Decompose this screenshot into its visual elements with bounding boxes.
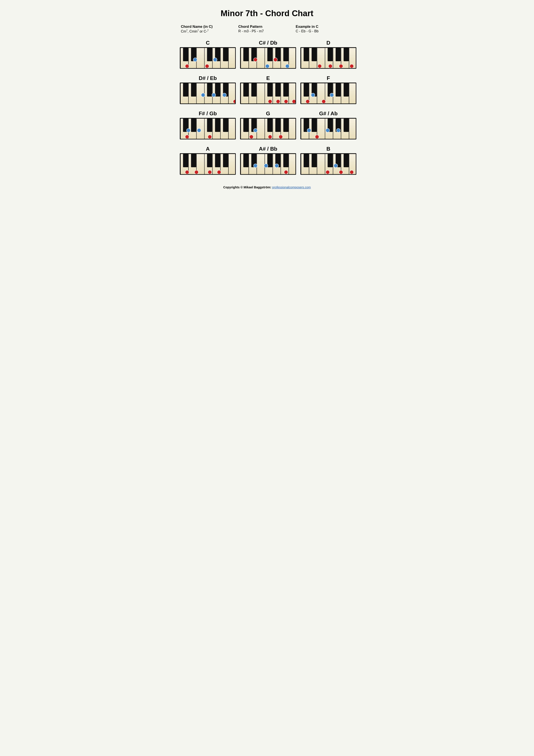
svg-rect-86 [349, 83, 356, 104]
svg-rect-184 [312, 154, 317, 167]
footer-text: Copyrights © Mikael Baggström: [223, 186, 272, 189]
chord-title-1: C# / Db [259, 40, 277, 46]
svg-rect-90 [336, 83, 341, 96]
chord-cell-E: E [240, 75, 296, 104]
svg-rect-11 [223, 48, 228, 61]
chord-pattern-value: R - m3 - P5 - m7 [238, 29, 296, 33]
svg-rect-87 [304, 83, 309, 96]
piano-2 [300, 47, 356, 69]
svg-rect-27 [283, 48, 289, 61]
svg-rect-55 [183, 83, 188, 96]
svg-point-172 [253, 164, 257, 168]
chord-title-10: A# / Bb [259, 146, 277, 152]
svg-point-156 [185, 170, 189, 174]
piano-0 [180, 47, 236, 69]
chord-title-4: E [267, 75, 270, 81]
svg-point-127 [279, 135, 283, 139]
svg-rect-22 [289, 48, 296, 69]
chord-cell-A: A [180, 146, 236, 175]
svg-rect-58 [215, 83, 220, 96]
svg-rect-57 [207, 83, 212, 96]
svg-rect-166 [289, 154, 296, 175]
svg-rect-153 [207, 154, 212, 167]
svg-point-110 [185, 135, 189, 139]
svg-point-60 [201, 93, 205, 97]
svg-rect-183 [304, 154, 309, 167]
svg-rect-102 [228, 119, 236, 139]
svg-point-30 [273, 58, 277, 62]
footer: Copyrights © Mikael Baggström: professio… [179, 186, 355, 189]
piano-10 [240, 153, 296, 175]
svg-point-12 [185, 64, 189, 68]
svg-point-45 [328, 64, 332, 68]
svg-point-191 [350, 170, 354, 174]
svg-point-95 [330, 93, 334, 97]
svg-point-47 [350, 64, 354, 68]
svg-rect-40 [312, 48, 317, 61]
chord-cell-F: F [300, 75, 356, 104]
svg-rect-72 [251, 83, 256, 96]
svg-point-173 [264, 164, 268, 168]
svg-rect-187 [343, 154, 349, 167]
piano-8 [300, 118, 356, 139]
svg-rect-74 [275, 83, 281, 96]
piano-7 [240, 118, 296, 139]
svg-point-157 [194, 170, 198, 174]
chord-pattern-col: Chord Pattern R - m3 - P5 - m7 [238, 25, 296, 33]
svg-point-158 [208, 170, 212, 174]
svg-point-79 [292, 99, 296, 103]
svg-rect-56 [191, 83, 196, 96]
svg-rect-23 [243, 48, 248, 61]
svg-point-62 [222, 93, 226, 97]
svg-point-126 [268, 135, 272, 139]
svg-rect-105 [207, 119, 212, 132]
chord-cell-FGb: F# / Gb [180, 111, 236, 139]
chord-title-9: A [206, 146, 210, 152]
svg-rect-114 [257, 119, 265, 139]
svg-rect-18 [257, 48, 265, 69]
footer-link[interactable]: professionalcomposers.com [272, 186, 311, 189]
svg-point-31 [286, 64, 290, 68]
svg-point-108 [187, 128, 191, 132]
svg-point-76 [268, 99, 272, 103]
svg-rect-139 [343, 119, 349, 132]
svg-rect-71 [243, 83, 248, 96]
svg-point-28 [253, 58, 257, 62]
svg-rect-122 [275, 119, 281, 132]
svg-rect-152 [191, 154, 196, 167]
svg-point-93 [311, 93, 315, 97]
piano-9 [180, 153, 236, 175]
svg-point-174 [275, 164, 279, 168]
svg-rect-151 [183, 154, 188, 167]
svg-rect-25 [267, 48, 273, 61]
svg-rect-167 [243, 154, 248, 167]
svg-rect-41 [328, 48, 333, 61]
svg-rect-75 [283, 83, 289, 96]
svg-point-124 [253, 128, 257, 132]
svg-rect-9 [207, 48, 212, 61]
svg-point-94 [322, 99, 326, 103]
chord-cell-DEb: D# / Eb [180, 75, 236, 104]
piano-6 [180, 118, 236, 139]
svg-point-14 [205, 64, 209, 68]
piano-11 [300, 153, 356, 175]
svg-rect-66 [257, 83, 265, 104]
svg-rect-2 [196, 48, 204, 69]
piano-5 [300, 83, 356, 104]
example-label: Example in C [296, 25, 353, 29]
chord-cell-C: C [180, 40, 236, 69]
svg-rect-91 [343, 83, 349, 96]
svg-point-29 [266, 64, 269, 68]
chord-title-5: F [327, 75, 330, 81]
chord-cell-G: G [240, 111, 296, 139]
piano-4 [240, 83, 296, 104]
svg-point-125 [249, 135, 253, 139]
svg-rect-171 [283, 154, 289, 167]
chord-title-6: F# / Gb [199, 111, 217, 117]
svg-point-159 [217, 170, 221, 174]
chord-cell-D: D [300, 40, 356, 69]
svg-rect-43 [343, 48, 349, 61]
svg-point-141 [326, 128, 330, 132]
svg-point-61 [212, 93, 216, 97]
chord-title-3: D# / Eb [199, 75, 217, 81]
